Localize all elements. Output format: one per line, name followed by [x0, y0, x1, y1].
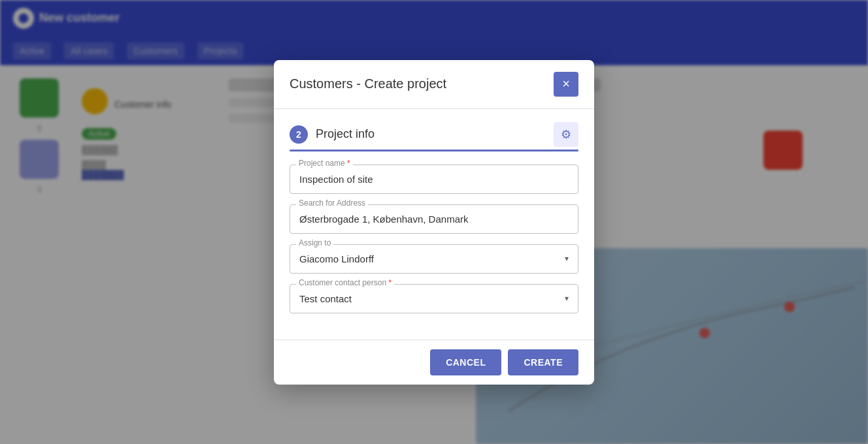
- close-button[interactable]: ×: [554, 72, 578, 97]
- contact-person-label: Customer contact person: [296, 278, 394, 287]
- gear-button[interactable]: ⚙: [554, 122, 578, 147]
- project-name-field: Project name: [290, 165, 578, 194]
- search-address-input[interactable]: [290, 204, 578, 234]
- step-header: 2 Project info ⚙: [290, 122, 578, 147]
- project-name-label: Project name: [296, 159, 353, 168]
- contact-person-value: Test contact: [299, 293, 352, 304]
- contact-person-arrow-icon: ▾: [565, 294, 569, 303]
- modal-header: Customers - Create project ×: [274, 60, 594, 109]
- gear-icon: ⚙: [561, 127, 571, 142]
- assign-to-label: Assign to: [296, 238, 333, 247]
- cancel-button[interactable]: CANCEL: [430, 349, 501, 375]
- create-project-modal: Customers - Create project × 2 Project i…: [274, 60, 594, 385]
- modal-body: 2 Project info ⚙ Project name Search for…: [274, 109, 594, 340]
- assign-to-value: Giacomo Lindorff: [299, 253, 374, 264]
- modal-footer: CANCEL CREATE: [274, 340, 594, 385]
- assign-to-field: Assign to Giacomo Lindorff ▾: [290, 244, 578, 274]
- step-divider: [290, 150, 578, 151]
- search-address-label: Search for Address: [296, 198, 368, 208]
- modal-title: Customers - Create project: [290, 76, 446, 91]
- assign-to-arrow-icon: ▾: [565, 254, 569, 263]
- contact-person-field: Customer contact person Test contact ▾: [290, 284, 578, 313]
- step-info: 2 Project info: [290, 125, 375, 144]
- create-button[interactable]: CREATE: [508, 349, 578, 375]
- search-address-field: Search for Address: [290, 204, 578, 234]
- modal-overlay: Customers - Create project × 2 Project i…: [0, 0, 868, 444]
- step-label: Project info: [316, 127, 375, 141]
- step-badge: 2: [290, 125, 308, 144]
- project-name-input[interactable]: [290, 165, 578, 194]
- contact-person-select[interactable]: Test contact ▾: [290, 284, 578, 313]
- assign-to-select[interactable]: Giacomo Lindorff ▾: [290, 244, 578, 274]
